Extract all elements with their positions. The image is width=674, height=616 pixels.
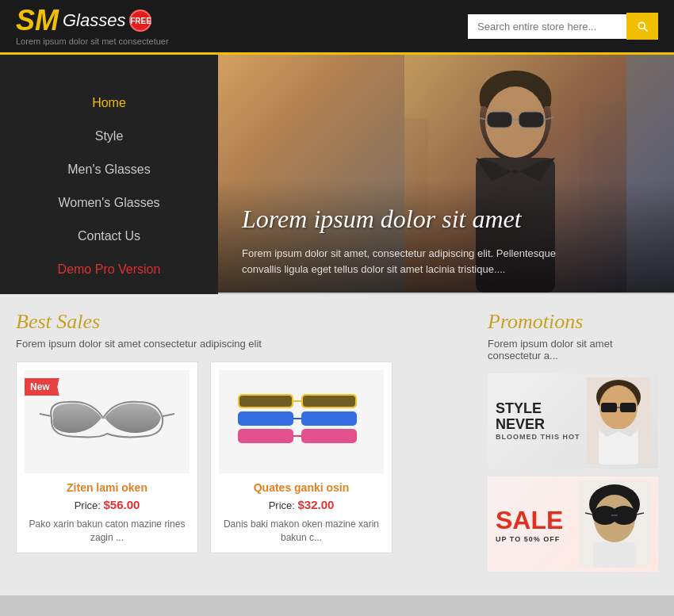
svg-line-15 <box>163 414 174 416</box>
product-price-1: Price: $56.00 <box>25 498 190 511</box>
hero-banner: Lorem ipsum dolor sit amet Forem ipsum d… <box>218 55 674 293</box>
svg-line-14 <box>40 414 52 416</box>
svg-rect-31 <box>620 403 636 412</box>
search-button[interactable] <box>626 13 658 40</box>
svg-rect-20 <box>301 411 357 426</box>
promo-style-text-area: STYLE NEVER BLOOMED THIS HOT <box>496 401 580 441</box>
sidebar-item-home[interactable]: Home <box>0 86 218 120</box>
header: SM Glasses FREE Lorem ipsum dolor sit me… <box>0 0 674 55</box>
nav-link-womens-glasses[interactable]: Women's Glasses <box>0 186 218 220</box>
product-name-2: Quates ganki osin <box>219 481 384 494</box>
price-value-1: $56.00 <box>103 498 140 511</box>
sale-big-text: SALE <box>496 506 563 535</box>
promo-style-banner[interactable]: STYLE NEVER BLOOMED THIS HOT <box>488 373 658 469</box>
search-area <box>468 13 658 40</box>
sidebar-item-style[interactable]: Style <box>0 120 218 153</box>
glasses-aviator-image <box>36 390 178 453</box>
promo-style-line1: STYLE <box>496 401 580 417</box>
promotions-section: Promotions Forem ipsum dolor sit amet co… <box>488 310 658 580</box>
product-desc-1: Pako xarin bakun caton mazine rines zagi… <box>25 518 190 545</box>
best-sales-subtitle: Forem ipsum dolor sit amet consectetur a… <box>16 338 472 350</box>
svg-rect-22 <box>238 429 293 443</box>
logo-area: SM Glasses FREE Lorem ipsum dolor sit me… <box>16 6 169 46</box>
product-card-1: New <box>16 362 198 553</box>
nav-link-home[interactable]: Home <box>0 86 218 120</box>
sidebar: Home Style Men's Glasses Women's Glasses… <box>0 55 218 294</box>
nav-link-demo-pro[interactable]: Demo Pro Version <box>0 253 218 286</box>
new-badge: New <box>25 378 59 396</box>
product-price-2: Price: $32.00 <box>219 498 384 511</box>
price-label-1: Price: <box>75 499 101 511</box>
product-desc-2: Danis baki makon oken mazine xarin bakun… <box>219 518 384 545</box>
nav-link-mens-glasses[interactable]: Men's Glasses <box>0 153 218 186</box>
svg-rect-26 <box>303 396 355 407</box>
product-card-2: Quates ganki osin Price: $32.00 Danis ba… <box>210 362 393 553</box>
search-icon <box>636 20 649 33</box>
logo-tagline: Lorem ipsum dolor sit met consectetuer <box>16 36 169 46</box>
product-image-area-1: New <box>25 370 190 473</box>
promotions-title: Promotions <box>488 310 658 334</box>
sidebar-item-womens-glasses[interactable]: Women's Glasses <box>0 186 218 220</box>
hero-title: Lorem ipsum dolor sit amet <box>242 205 650 234</box>
sidebar-item-contact-us[interactable]: Contact Us <box>0 220 218 253</box>
svg-rect-42 <box>593 542 636 568</box>
product-image-area-2 <box>219 370 384 473</box>
svg-rect-23 <box>301 429 357 443</box>
price-label-2: Price: <box>269 499 295 511</box>
svg-rect-9 <box>519 112 544 128</box>
main-wrapper: Home Style Men's Glasses Women's Glasses… <box>0 55 674 294</box>
sale-sub-text: UP TO 50% OFF <box>496 535 563 543</box>
hero-overlay: Lorem ipsum dolor sit amet Forem ipsum d… <box>218 181 674 293</box>
svg-rect-30 <box>601 403 617 412</box>
promo-sale-person-icon <box>579 480 650 568</box>
svg-rect-19 <box>238 411 293 426</box>
search-input[interactable] <box>468 14 626 39</box>
logo-sm: SM <box>16 6 59 35</box>
glasses-colorful-image <box>230 390 373 453</box>
content-area: Best Sales Forem ipsum dolor sit amet co… <box>0 294 674 595</box>
svg-rect-25 <box>239 396 292 407</box>
promo-style-line3: BLOOMED THIS HOT <box>496 433 580 441</box>
promo-person-icon <box>587 377 650 465</box>
price-value-2: $32.00 <box>297 498 334 511</box>
nav-menu: Home Style Men's Glasses Women's Glasses… <box>0 78 218 294</box>
promo-sale-banner[interactable]: SALE UP TO 50% OFF <box>488 476 658 572</box>
sale-text-area: SALE UP TO 50% OFF <box>496 506 563 543</box>
product-grid: New <box>16 362 472 553</box>
best-sales-title: Best Sales <box>16 310 472 334</box>
promotions-subtitle: Forem ipsum dolor sit amet consectetur a… <box>488 338 658 362</box>
sidebar-item-demo-pro[interactable]: Demo Pro Version <box>0 253 218 286</box>
logo-text: SM Glasses FREE <box>16 6 169 35</box>
nav-link-style[interactable]: Style <box>0 120 218 153</box>
nav-link-contact-us[interactable]: Contact Us <box>0 220 218 253</box>
product-name-1: Ziten lami oken <box>25 481 190 494</box>
products-section: Best Sales Forem ipsum dolor sit amet co… <box>16 310 472 580</box>
sidebar-item-mens-glasses[interactable]: Men's Glasses <box>0 153 218 186</box>
logo-free-badge: FREE <box>129 10 151 32</box>
logo-glasses: Glasses <box>63 10 125 31</box>
promo-style-line2: NEVER <box>496 417 580 433</box>
hero-text: Forem ipsum dolor sit amet, consectetur … <box>242 246 559 277</box>
svg-rect-8 <box>487 112 512 128</box>
